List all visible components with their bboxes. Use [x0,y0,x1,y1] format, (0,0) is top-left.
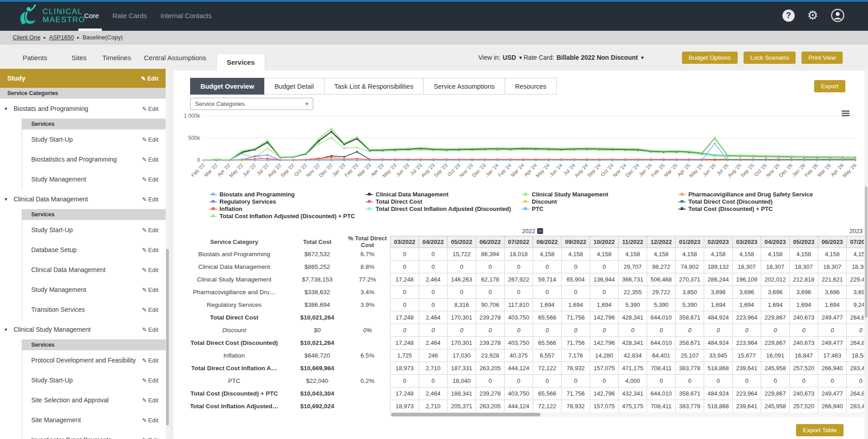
grid-cell: 245,958 [761,362,790,375]
tab-service-assumptions[interactable]: Service Assumptions [424,78,505,95]
grid-cell: 0 [419,299,448,311]
category-edit-button[interactable]: ✎Edit [142,326,158,333]
service-edit-button[interactable]: ✎Edit [142,306,158,313]
tab-budget-detail[interactable]: Budget Detail [264,78,324,95]
service-row: Site Management✎Edit [22,410,166,430]
grid-cell: 240,673 [790,337,818,349]
nav-item-core[interactable]: Core [84,12,99,19]
legend-item[interactable]: Inflation [210,205,366,212]
service-edit-button[interactable]: ✎Edit [142,176,158,183]
tab-sites[interactable]: Sites [72,44,86,71]
collapse-caret-icon[interactable]: ▾ [5,326,14,333]
rate-card-selector[interactable]: Rate Card: Billable 2022 Non Discount ▼ [524,44,644,71]
app-logo[interactable]: CLINICAL MAESTRO [16,5,86,27]
svg-text:Dec '22: Dec '22 [318,162,334,178]
tab-task-list-responsibilities[interactable]: Task List & Responsibilities [324,78,424,95]
tab-budget-overview[interactable]: Budget Overview [190,78,264,95]
service-edit-button[interactable]: ✎Edit [142,286,158,293]
tab-resources[interactable]: Resources [505,78,557,95]
nav-item-internal-contacts[interactable]: Internal Contacts [160,12,211,19]
collapse-caret-icon[interactable]: ▾ [5,196,14,202]
settings-gear-icon[interactable]: ⚙ [807,10,818,22]
tab-central-assumptions[interactable]: Central Assumptions [144,44,206,71]
legend-item[interactable]: Total Direct Cost Inflation Adjusted (Di… [366,205,522,212]
grid-cell: 366,731 [619,273,647,286]
legend-label: Biostats and Programming [219,191,295,198]
table-horizontal-scrollbar[interactable] [390,412,863,417]
collapse-caret-icon[interactable]: ▾ [5,105,14,112]
account-icon[interactable] [831,9,844,22]
legend-item[interactable]: Total Direct Cost (Discounted) [678,198,813,205]
legend-item[interactable]: Clinical Data Management [366,191,522,198]
legend-item[interactable]: Clinical Study Management [522,191,678,198]
category-edit-button[interactable]: ✎Edit [142,196,158,203]
collapse-year-icon[interactable]: − [537,228,543,234]
legend-item[interactable]: Total Cost (Discounted) + PTC [678,205,813,212]
grid-cell: 3,696 [733,286,761,299]
sidebar-scroll-thumb[interactable] [166,249,169,425]
grid-cell: 90,706 [476,299,505,311]
page-scrollbar[interactable] [864,69,868,439]
help-icon[interactable]: ? [782,10,795,22]
month-column-header: 11/2022 [619,236,647,248]
service-edit-button[interactable]: ✎Edit [142,156,158,163]
legend-item[interactable]: Total Cost Inflation Adjusted (Discounte… [210,213,366,220]
table-row: Total Direct Cost Inflation A…$10,669,98… [179,362,390,374]
service-edit-button[interactable]: ✎Edit [142,247,158,253]
view-in-currency[interactable]: View in: USD ▼ [478,44,523,71]
grid-cell: 18,040 [448,375,476,387]
grid-cell: 117,810 [505,299,533,311]
grid-cell: 15,722 [448,248,476,261]
lock-scenario-button[interactable]: Lock Scenario [744,52,796,64]
service-categories-dropdown[interactable]: Service Categories ▼ [190,98,313,110]
grid-cell: 2,464 [419,273,448,286]
chart-menu-icon[interactable] [842,110,849,117]
tab-patients[interactable]: Patients [23,44,47,71]
grid-cell: 4,000 [619,375,647,387]
nav-item-rate-cards[interactable]: Rate Cards [113,12,147,19]
category-edit-button[interactable]: ✎Edit [142,105,158,112]
table-scroll-thumb[interactable] [391,413,540,416]
legend-item[interactable]: Discount [522,198,678,205]
export-table-button[interactable]: Export Table [796,424,844,436]
breadcrumb-study[interactable]: ASP1650 [49,34,74,41]
legend-item[interactable]: Total Direct Cost [366,198,522,205]
export-button[interactable]: Export [814,80,845,92]
legend-item[interactable]: Regulatory Services [210,198,366,205]
grid-cell: 223,964 [733,387,761,400]
service-edit-button[interactable]: ✎Edit [142,357,158,364]
grid-row: 00000000000000000 [391,324,864,337]
page-scroll-thumb[interactable] [865,186,868,318]
budget-options-button[interactable]: Budget Options [682,52,738,64]
grid-cell: 7,176 [562,349,590,362]
category-name: Clinical Study Management [14,326,142,333]
service-edit-button[interactable]: ✎Edit [142,417,158,424]
grid-cell: 0 [733,324,761,337]
svg-text:May '24: May '24 [534,162,550,178]
study-edit-button[interactable]: ✎Edit [141,75,158,82]
legend-item[interactable]: PTC [522,205,678,212]
service-edit-button[interactable]: ✎Edit [142,437,158,439]
breadcrumb-client[interactable]: Client One [13,34,40,41]
service-edit-button[interactable]: ✎Edit [142,397,158,404]
sidebar-scrollbar[interactable] [166,69,169,439]
grid-cell: 0 [704,324,733,337]
print-view-button[interactable]: Print View [801,52,843,64]
tab-services[interactable]: Services [216,53,265,71]
service-edit-button[interactable]: ✎Edit [142,377,158,384]
grid-cell: 25,107 [676,349,704,362]
service-edit-button[interactable]: ✎Edit [142,267,158,273]
grid-cell: 0 [676,324,704,337]
svg-text:Jan '23: Jan '23 [331,162,346,177]
legend-item[interactable]: Pharmacovigillance and Drug Safety Servi… [678,191,813,198]
edit-pencil-icon: ✎ [142,437,147,439]
edit-label: Edit [148,397,158,404]
legend-item[interactable]: Biostats and Programming [210,191,366,198]
service-edit-button[interactable]: ✎Edit [142,227,158,234]
service-edit-button[interactable]: ✎Edit [142,136,158,143]
grid-cell: 16,847 [790,349,818,362]
tab-timelines[interactable]: Timelines [102,44,131,71]
grid-cell: 0 [562,261,590,273]
service-name: Study Start-Up [31,226,142,234]
month-column-header: 09/2022 [562,236,590,248]
